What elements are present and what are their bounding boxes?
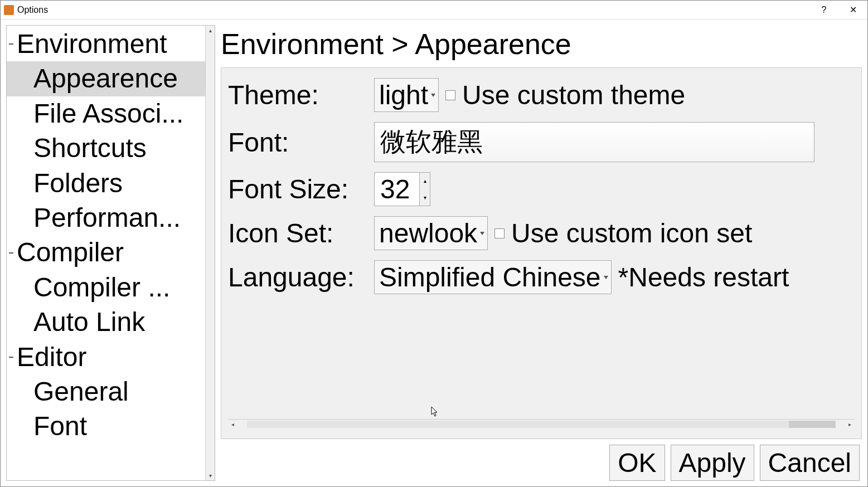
sidebar-item-auto-link[interactable]: Auto Link	[7, 305, 205, 339]
sidebar-item-performan[interactable]: Performan...	[7, 201, 205, 235]
app-icon	[4, 5, 14, 15]
use-custom-theme-checkbox[interactable]	[445, 90, 455, 100]
theme-label: Theme:	[228, 80, 367, 110]
panel-horizontal-scrollbar[interactable]: ◂ ▸	[228, 419, 855, 428]
sidebar-item-file-associ[interactable]: File Associ...	[7, 96, 205, 131]
icon-set-select[interactable]: newlook	[374, 216, 488, 250]
sidebar-item-font[interactable]: Font	[7, 409, 205, 444]
sidebar-item-general[interactable]: General	[7, 374, 205, 409]
sidebar: EnvironmentAppearenceFile Associ...Short…	[6, 25, 215, 481]
spin-up-icon[interactable]: ▴	[420, 173, 430, 189]
sidebar-item-folders[interactable]: Folders	[7, 166, 205, 201]
sidebar-item-compiler[interactable]: Compiler	[7, 235, 205, 270]
titlebar: Options ? ✕	[1, 1, 867, 20]
sidebar-item-compiler[interactable]: Compiler ...	[7, 270, 205, 305]
scroll-left-icon[interactable]: ◂	[228, 421, 237, 427]
language-select[interactable]: Simplified Chinese	[374, 260, 612, 294]
font-field[interactable]: 微软雅黑	[374, 122, 814, 162]
sidebar-item-appearence[interactable]: Appearence	[7, 61, 205, 96]
ok-button[interactable]: OK	[609, 445, 665, 481]
close-button[interactable]: ✕	[838, 1, 867, 20]
theme-select[interactable]: light	[374, 78, 439, 112]
dialog-footer: OK Apply Cancel	[221, 439, 862, 481]
font-size-label: Font Size:	[228, 174, 367, 204]
sidebar-scrollbar[interactable]: ▴ ▾	[205, 26, 215, 480]
icon-set-label: Icon Set:	[228, 218, 367, 249]
breadcrumb: Environment > Appearence	[221, 25, 862, 67]
use-custom-iconset-label: Use custom icon set	[511, 218, 752, 249]
scroll-down-icon[interactable]: ▾	[209, 471, 212, 480]
sidebar-item-shortcuts[interactable]: Shortcuts	[7, 131, 205, 165]
sidebar-item-editor[interactable]: Editor	[7, 340, 205, 374]
font-size-stepper[interactable]: 32 ▴ ▾	[374, 172, 430, 206]
language-label: Language:	[228, 262, 367, 293]
use-custom-iconset-checkbox[interactable]	[494, 228, 505, 238]
settings-panel: Theme: light Use custom theme Font: 微软雅黑…	[221, 67, 862, 439]
help-button[interactable]: ?	[809, 1, 838, 20]
needs-restart-label: *Needs restart	[618, 262, 789, 293]
cancel-button[interactable]: Cancel	[760, 445, 860, 481]
scroll-right-icon[interactable]: ▸	[845, 421, 855, 427]
font-label: Font:	[228, 127, 367, 158]
window-title: Options	[17, 5, 48, 15]
apply-button[interactable]: Apply	[671, 445, 754, 481]
sidebar-item-environment[interactable]: Environment	[7, 27, 205, 61]
spin-down-icon[interactable]: ▾	[420, 189, 430, 206]
use-custom-theme-label: Use custom theme	[462, 80, 685, 110]
scroll-up-icon[interactable]: ▴	[209, 26, 212, 35]
font-size-value[interactable]: 32	[375, 173, 419, 206]
